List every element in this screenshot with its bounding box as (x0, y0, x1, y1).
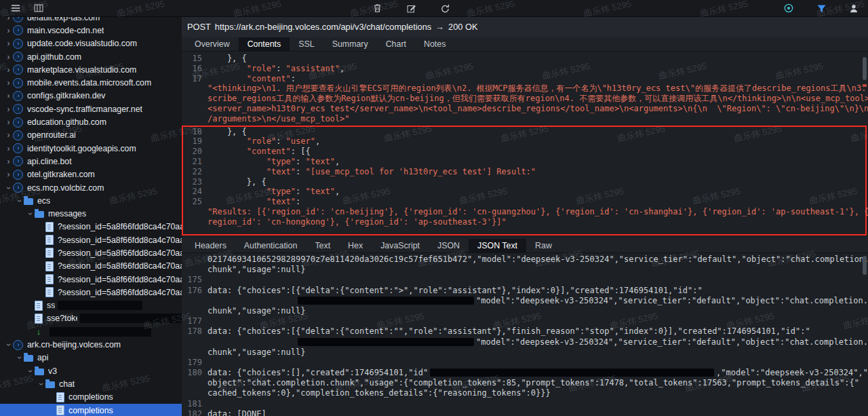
subtab-text[interactable]: Text (306, 239, 339, 252)
chevron-right-icon[interactable]: › (4, 105, 13, 114)
code-line: 18 }, { (183, 127, 865, 137)
chevron-right-icon[interactable]: › (4, 78, 13, 88)
chevron-down-icon[interactable]: › (37, 379, 46, 388)
sidebar-item-ark-cn-beijing-volces-com[interactable]: ›ark.cn-beijing.volces.com (0, 338, 182, 351)
sidebar-item--session-id-5a8f66fdd8ca4c70aa2[interactable]: ›?session_id=5a8f66fdd8ca4c70aa2 (0, 286, 182, 299)
sidebar-item-vscode-sync-trafficmanager-net[interactable]: ›vscode-sync.trafficmanager.net (0, 102, 182, 115)
sidebar-item-label: ecs (37, 196, 50, 206)
line-number (183, 296, 208, 306)
sidebar-item--session-id-5a8f66fdd8ca4c70aa2[interactable]: ›?session_id=5a8f66fdd8ca4c70aa2 (0, 246, 182, 259)
sidebar-item-sse-token-[interactable]: ›sse?token= (0, 312, 182, 325)
chevron-right-icon[interactable]: › (4, 91, 13, 100)
sidebar-item-api-github-com[interactable]: ›api.github.com (0, 50, 182, 63)
chevron-right-icon[interactable]: › (4, 65, 13, 75)
subtab-headers[interactable]: Headers (186, 239, 235, 252)
subtab-json-text[interactable]: JSON Text (469, 239, 526, 252)
globe-icon (13, 39, 23, 49)
line-number: 181 (183, 399, 208, 409)
filter-icon[interactable] (814, 1, 829, 16)
sidebar-item-api-cline-bot[interactable]: ›api.cline.bot (0, 155, 182, 168)
tab-overview[interactable]: Overview (186, 37, 239, 51)
chevron-down-icon[interactable]: › (15, 354, 24, 362)
tab-ssl[interactable]: SSL (290, 37, 323, 51)
refresh-icon[interactable] (437, 1, 452, 16)
code-line: object":"chat.completion.chunk","usage":… (182, 378, 868, 388)
tab-notes[interactable]: Notes (415, 37, 454, 51)
sidebar-item-identitytoolkit-googleapis-com[interactable]: ›identitytoolkit.googleapis.com (0, 142, 182, 155)
sidebar-item--session-id-5a8f66fdd8ca4c70aa2[interactable]: ›?session_id=5a8f66fdd8ca4c70aa2 (0, 273, 182, 286)
chevron-down-icon[interactable]: › (4, 183, 14, 192)
subtab-javascript[interactable]: JavaScript (372, 239, 429, 252)
chevron-right-icon[interactable]: › (4, 157, 13, 166)
globe-icon (13, 104, 23, 114)
sidebar-item-ss[interactable]: ›ss (0, 299, 182, 312)
toolbar-middle-group (370, 1, 452, 16)
scrollbar-thumb[interactable] (863, 256, 867, 275)
subtab-authentication[interactable]: Authentication (235, 239, 307, 252)
subtab-hex[interactable]: Hex (339, 239, 372, 252)
sidebar-item-label: ark.cn-beijing.volces.com (27, 340, 121, 349)
line-number (183, 104, 208, 114)
chevron-right-icon[interactable]: › (4, 16, 13, 22)
sidebar-item-marketplace-visualstudio-com[interactable]: ›marketplace.visualstudio.com (0, 63, 182, 76)
line-number: 23 (183, 177, 208, 187)
user-icon[interactable] (846, 1, 861, 16)
line-number: 18 (183, 127, 208, 137)
sidebar-item-api[interactable]: ›api (0, 352, 182, 364)
chevron-down-icon[interactable]: › (15, 196, 24, 205)
subtab-raw[interactable]: Raw (526, 239, 561, 252)
sidebar-item-label: identitytoolkit.googleapis.com (27, 144, 136, 153)
chevron-right-icon[interactable]: › (4, 26, 13, 35)
scrollbar-thumb[interactable] (863, 57, 867, 80)
sidebar-item-default-exp-tas-com[interactable]: ›default.exp-tas.com (0, 16, 182, 24)
table-icon[interactable] (31, 1, 46, 16)
record-icon[interactable] (781, 1, 796, 16)
chevron-right-icon[interactable]: › (4, 144, 13, 153)
sidebar-item-update-code-visualstudio-com[interactable]: ›update.code.visualstudio.com (0, 37, 182, 50)
code-line: 19 "role": "user", (183, 136, 865, 147)
tab-contents[interactable]: Contents (239, 37, 290, 51)
sidebar-item-main-vscode-cdn-net[interactable]: ›main.vscode-cdn.net (0, 24, 182, 37)
subtab-json[interactable]: JSON (429, 239, 469, 252)
line-number (183, 388, 208, 398)
code-line: 23 }, { (183, 177, 865, 187)
sidebar-item--session-id-5a8f66fdd8ca4c70aa2[interactable]: ›?session_id=5a8f66fdd8ca4c70aa2 (0, 260, 182, 273)
chevron-right-icon[interactable]: › (4, 52, 13, 62)
chevron-right-icon[interactable]: › (4, 170, 13, 179)
sidebar-item-mobile-events-data-microsoft-com[interactable]: ›mobile.events.data.microsoft.com (0, 76, 182, 89)
chevron-down-icon[interactable]: › (26, 210, 35, 219)
trash-icon[interactable] (370, 1, 384, 16)
sidebar-item-otel-gitkraken-com[interactable]: ›otel.gitkraken.com (0, 168, 182, 181)
line-number (183, 83, 208, 94)
sidebar-item--session-id-5a8f66fdd8ca4c70aa2[interactable]: ›?session_id=5a8f66fdd8ca4c70aa2 (0, 221, 182, 233)
edit-icon[interactable] (403, 1, 418, 16)
code-line: 25 "text": (183, 197, 865, 207)
sidebar-item-openrouter-ai[interactable]: ›openrouter.ai (0, 129, 182, 142)
chevron-right-icon[interactable]: › (4, 39, 13, 48)
line-number (183, 306, 208, 316)
sidebar-item-label: openrouter.ai (27, 130, 76, 140)
chevron-right-icon[interactable]: › (4, 117, 13, 127)
sidebar-item-ecs[interactable]: ›ecs (0, 194, 182, 207)
code-line: cached_tokens":0},"completion_tokens_det… (182, 388, 868, 398)
request-body-editor[interactable]: 15 }, {16 "role": "assistant",17 "conten… (182, 52, 868, 239)
chevron-down-icon[interactable]: › (26, 366, 35, 375)
sidebar-item-v3[interactable]: ›v3 (0, 364, 182, 377)
menu-icon[interactable] (8, 1, 23, 16)
sidebar-item-completions[interactable]: ›completions (0, 404, 182, 416)
chevron-right-icon[interactable]: › (4, 130, 13, 140)
globe-icon (13, 16, 23, 22)
sidebar-item-redacted[interactable]: › (0, 325, 182, 338)
sidebar-item-configs-gitkraken-dev[interactable]: ›configs.gitkraken.dev (0, 90, 182, 102)
sidebar-item-education-github-com[interactable]: ›education.github.com (0, 115, 182, 128)
tab-chart[interactable]: Chart (377, 37, 415, 51)
tab-summary[interactable]: Summary (323, 37, 377, 51)
response-body-editor[interactable]: 0217469341065298289970z7e811420da3026c19… (182, 253, 868, 416)
sidebar-item-chat[interactable]: ›chat (0, 377, 182, 390)
sidebar-item-completions[interactable]: ›completions (0, 391, 182, 404)
sidebar-item--session-id-5a8f66fdd8ca4c70aa2[interactable]: ›?session_id=5a8f66fdd8ca4c70aa2 (0, 233, 182, 246)
chevron-down-icon[interactable]: › (4, 341, 14, 349)
sidebar-item-label: ?session_id=5a8f66fdd8ca4c70aa2 (58, 222, 182, 231)
sidebar-item-messages[interactable]: ›messages (0, 207, 182, 220)
sidebar-item-ecs-mcp-volcbiz-com[interactable]: ›ecs.mcp.volcbiz.com (0, 181, 182, 194)
